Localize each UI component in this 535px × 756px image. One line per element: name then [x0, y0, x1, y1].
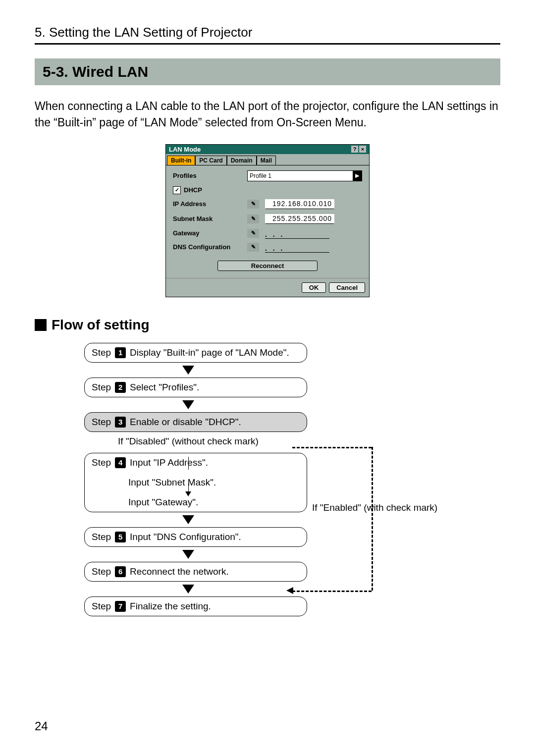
- close-icon[interactable]: ×: [359, 146, 366, 153]
- page-number: 24: [35, 719, 48, 733]
- profiles-value: Profile 1: [250, 172, 271, 179]
- step-number-icon: 6: [115, 566, 126, 577]
- flowchart: Step 1 Display "Built-in" page of "LAN M…: [35, 343, 500, 616]
- arrow-down-icon: [182, 400, 194, 409]
- step-number-icon: 7: [115, 601, 126, 612]
- help-icon[interactable]: ?: [351, 146, 358, 153]
- step-number-icon: 1: [115, 347, 126, 358]
- step-7-box: Step 7 Finalize the setting.: [84, 596, 307, 616]
- cancel-button[interactable]: Cancel: [329, 282, 365, 293]
- subnet-mask-label: Subnet Mask: [173, 215, 247, 222]
- edit-icon[interactable]: ✎: [247, 200, 259, 209]
- dashed-connector: [292, 591, 372, 592]
- gateway-label: Gateway: [173, 229, 247, 237]
- ok-button[interactable]: OK: [302, 282, 326, 293]
- connector-line: [188, 457, 189, 470]
- square-bullet-icon: [35, 319, 47, 331]
- arrow-left-icon: [286, 587, 293, 594]
- tab-pc-card[interactable]: PC Card: [195, 156, 226, 165]
- dashed-connector: [372, 447, 373, 591]
- step-3-box: Step 3 Enable or disable "DHCP".: [84, 412, 307, 432]
- arrow-down-icon: [182, 366, 194, 375]
- ip-address-label: IP Address: [173, 200, 247, 208]
- step-1-box: Step 1 Display "Built-in" page of "LAN M…: [84, 343, 307, 363]
- chevron-right-icon[interactable]: ▶: [353, 171, 362, 181]
- arrow-down-icon: [182, 550, 194, 559]
- step-number-icon: 2: [115, 382, 126, 393]
- profiles-label: Profiles: [173, 172, 247, 179]
- arrow-down-icon: [185, 491, 191, 496]
- step-6-box: Step 6 Reconnect the network.: [84, 562, 307, 582]
- dialog-body: Profiles Profile 1 ▶ ✓ DHCP IP Address ✎…: [166, 165, 369, 278]
- dns-config-value[interactable]: [265, 243, 329, 252]
- section-heading: 5-3. Wired LAN: [35, 58, 500, 85]
- tab-mail[interactable]: Mail: [257, 156, 276, 165]
- ip-address-value[interactable]: 192.168.010.010: [265, 199, 334, 209]
- step-number-icon: 3: [115, 417, 126, 428]
- intro-paragraph: When connecting a LAN cable to the LAN p…: [35, 98, 500, 131]
- step-number-icon: 5: [115, 532, 126, 542]
- gateway-value[interactable]: [265, 229, 329, 238]
- flow-heading: Flow of setting: [35, 317, 500, 333]
- note-disabled: If "Disabled" (without check mark): [84, 436, 292, 447]
- tab-built-in[interactable]: Built-in: [167, 156, 195, 165]
- tab-row: Built-in PC Card Domain Mail: [166, 154, 369, 165]
- arrow-down-icon: [182, 515, 194, 524]
- step-5-box: Step 5 Input "DNS Configuration".: [84, 527, 307, 547]
- dashed-connector: [292, 447, 372, 448]
- lan-mode-dialog: LAN Mode ? × Built-in PC Card Domain Mai…: [165, 144, 370, 297]
- reconnect-button[interactable]: Reconnect: [217, 261, 318, 271]
- dns-config-label: DNS Configuration: [173, 243, 247, 251]
- arrow-down-icon: [182, 585, 194, 594]
- step-2-box: Step 2 Select "Profiles".: [84, 378, 307, 397]
- dialog-titlebar: LAN Mode ? ×: [166, 145, 369, 154]
- step-number-icon: 4: [115, 457, 126, 468]
- edit-icon[interactable]: ✎: [247, 243, 259, 252]
- step-4-box: Step 4 Input "IP Address". Input "Subnet…: [84, 453, 307, 512]
- chapter-title: 5. Setting the LAN Setting of Projector: [35, 25, 500, 40]
- note-enabled: If "Enabled" (with check mark): [312, 502, 437, 513]
- edit-icon[interactable]: ✎: [247, 229, 259, 238]
- divider: [35, 43, 500, 45]
- dhcp-label: DHCP: [184, 186, 202, 194]
- dialog-title: LAN Mode: [169, 146, 201, 153]
- edit-icon[interactable]: ✎: [247, 215, 259, 223]
- profiles-dropdown[interactable]: Profile 1 ▶: [247, 170, 362, 181]
- dhcp-checkbox[interactable]: ✓: [173, 186, 181, 194]
- subnet-mask-value[interactable]: 255.255.255.000: [265, 214, 334, 224]
- tab-domain[interactable]: Domain: [227, 156, 257, 165]
- dialog-footer: OK Cancel: [166, 278, 369, 297]
